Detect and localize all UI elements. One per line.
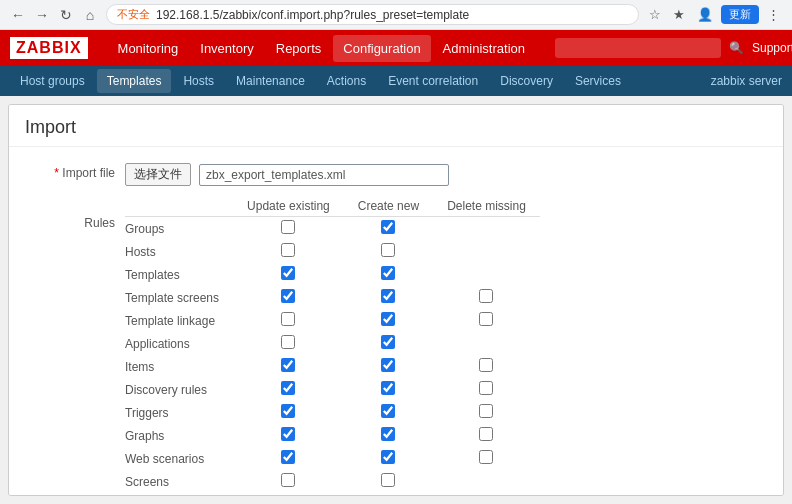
checkbox-update-1[interactable] — [281, 243, 295, 257]
browser-navigation: ← → ↻ ⌂ — [8, 5, 100, 25]
extension-icon[interactable]: ★ — [669, 5, 689, 24]
choose-file-button[interactable]: 选择文件 — [125, 163, 191, 186]
table-row: Maps — [125, 493, 540, 496]
table-row: Groups — [125, 217, 540, 241]
nav-actions[interactable]: Actions — [317, 69, 376, 93]
checkbox-create-8[interactable] — [381, 404, 395, 418]
refresh-button[interactable]: ↻ — [56, 5, 76, 25]
table-row: Templates — [125, 263, 540, 286]
rule-delete-cell — [433, 493, 540, 496]
import-file-row: Import file 选择文件 — [25, 163, 767, 186]
forward-button[interactable]: → — [32, 5, 52, 25]
rule-update-cell — [233, 309, 344, 332]
rule-name: Hosts — [125, 240, 233, 263]
nav-discovery[interactable]: Discovery — [490, 69, 563, 93]
rule-name: Template linkage — [125, 309, 233, 332]
checkbox-delete-9[interactable] — [479, 427, 493, 441]
rule-update-cell — [233, 470, 344, 493]
checkbox-update-5[interactable] — [281, 335, 295, 349]
checkbox-create-1[interactable] — [381, 243, 395, 257]
rule-name: Triggers — [125, 401, 233, 424]
rules-table-wrapper: Update existing Create new Delete missin… — [125, 196, 540, 496]
rule-create-cell — [344, 332, 433, 355]
menu-icon[interactable]: ⋮ — [763, 5, 784, 24]
checkbox-delete-8[interactable] — [479, 404, 493, 418]
support-link[interactable]: 🔍 — [729, 41, 744, 55]
rule-create-cell — [344, 378, 433, 401]
checkbox-update-7[interactable] — [281, 381, 295, 395]
zabbix-logo: ZABBIX — [10, 37, 88, 59]
checkbox-update-3[interactable] — [281, 289, 295, 303]
checkbox-create-3[interactable] — [381, 289, 395, 303]
home-button[interactable]: ⌂ — [80, 5, 100, 25]
back-button[interactable]: ← — [8, 5, 28, 25]
table-row: Items — [125, 355, 540, 378]
checkbox-create-0[interactable] — [381, 220, 395, 234]
address-bar[interactable]: 不安全 192.168.1.5/zabbix/conf.import.php?r… — [106, 4, 639, 25]
checkbox-create-10[interactable] — [381, 450, 395, 464]
update-button[interactable]: 更新 — [721, 5, 759, 24]
nav-host-groups[interactable]: Host groups — [10, 69, 95, 93]
checkbox-delete-3[interactable] — [479, 289, 493, 303]
checkbox-create-2[interactable] — [381, 266, 395, 280]
nav-monitoring[interactable]: Monitoring — [108, 35, 189, 62]
checkbox-create-11[interactable] — [381, 473, 395, 487]
import-file-label: Import file — [25, 163, 115, 180]
rules-section: Rules Update existing Create new Delete … — [25, 196, 767, 496]
nav-services[interactable]: Services — [565, 69, 631, 93]
nav-hosts[interactable]: Hosts — [173, 69, 224, 93]
checkbox-delete-4[interactable] — [479, 312, 493, 326]
rule-name: Template screens — [125, 286, 233, 309]
rule-create-cell — [344, 263, 433, 286]
checkbox-delete-6[interactable] — [479, 358, 493, 372]
col-header-update: Update existing — [233, 196, 344, 217]
nav-reports[interactable]: Reports — [266, 35, 332, 62]
page-title: Import — [9, 105, 783, 147]
rule-name: Screens — [125, 470, 233, 493]
rule-create-cell — [344, 470, 433, 493]
checkbox-update-2[interactable] — [281, 266, 295, 280]
rule-name: Discovery rules — [125, 378, 233, 401]
checkbox-delete-7[interactable] — [479, 381, 493, 395]
col-header-delete: Delete missing — [433, 196, 540, 217]
rule-delete-cell — [433, 424, 540, 447]
bookmark-icon[interactable]: ☆ — [645, 5, 665, 24]
checkbox-delete-10[interactable] — [479, 450, 493, 464]
support-label[interactable]: Support — [752, 41, 792, 55]
nav-configuration[interactable]: Configuration — [333, 35, 430, 62]
checkbox-update-6[interactable] — [281, 358, 295, 372]
checkbox-update-4[interactable] — [281, 312, 295, 326]
checkbox-create-7[interactable] — [381, 381, 395, 395]
rule-update-cell — [233, 447, 344, 470]
rule-create-cell — [344, 401, 433, 424]
table-row: Applications — [125, 332, 540, 355]
file-name-input[interactable] — [199, 164, 449, 186]
rule-delete-cell — [433, 286, 540, 309]
checkbox-create-6[interactable] — [381, 358, 395, 372]
rule-name: Groups — [125, 217, 233, 241]
search-input[interactable] — [555, 38, 721, 58]
checkbox-update-8[interactable] — [281, 404, 295, 418]
zabbix-topbar: ZABBIX Monitoring Inventory Reports Conf… — [0, 30, 792, 66]
checkbox-update-11[interactable] — [281, 473, 295, 487]
nav-maintenance[interactable]: Maintenance — [226, 69, 315, 93]
nav-inventory[interactable]: Inventory — [190, 35, 263, 62]
security-warning: 不安全 — [117, 7, 150, 22]
table-row: Web scenarios — [125, 447, 540, 470]
rule-update-cell — [233, 263, 344, 286]
browser-actions: ☆ ★ 👤 更新 ⋮ — [645, 5, 784, 24]
rules-label: Rules — [25, 196, 115, 496]
nav-event-correlation[interactable]: Event correlation — [378, 69, 488, 93]
checkbox-create-5[interactable] — [381, 335, 395, 349]
checkbox-update-0[interactable] — [281, 220, 295, 234]
nav-administration[interactable]: Administration — [433, 35, 535, 62]
account-icon[interactable]: 👤 — [693, 5, 717, 24]
checkbox-create-9[interactable] — [381, 427, 395, 441]
checkbox-update-9[interactable] — [281, 427, 295, 441]
rule-create-cell — [344, 240, 433, 263]
col-header-name — [125, 196, 233, 217]
nav-templates[interactable]: Templates — [97, 69, 172, 93]
checkbox-update-10[interactable] — [281, 450, 295, 464]
table-row: Template linkage — [125, 309, 540, 332]
checkbox-create-4[interactable] — [381, 312, 395, 326]
